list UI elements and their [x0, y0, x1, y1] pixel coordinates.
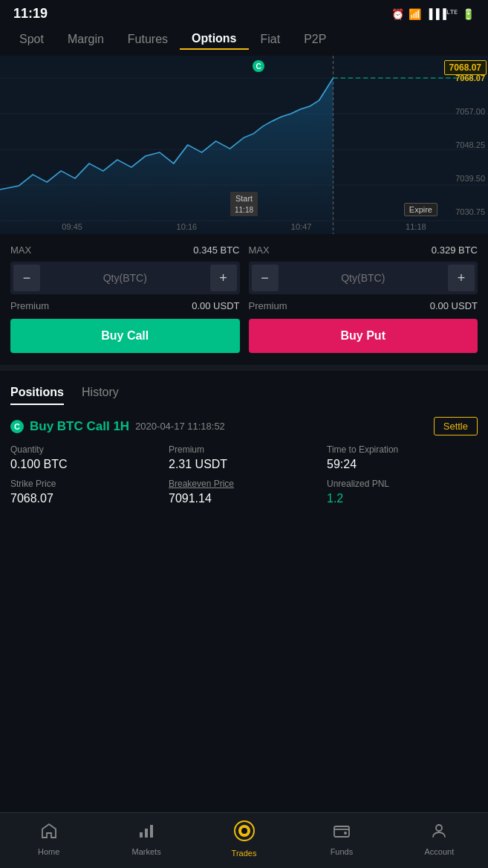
position-badge: C — [10, 420, 24, 433]
signal-icon: ▐▐▐ᴸᵀᴱ — [426, 8, 458, 19]
call-qty-row: − + — [10, 262, 240, 294]
tab-p2p[interactable]: P2P — [292, 30, 338, 49]
svg-rect-7 — [140, 832, 143, 838]
nav-markets[interactable]: Markets — [97, 822, 195, 856]
call-max-label: MAX — [10, 244, 31, 256]
nav-markets-label: Markets — [132, 847, 161, 856]
current-price-box: 7068.07 — [444, 60, 487, 75]
svg-rect-9 — [150, 825, 153, 838]
settle-button[interactable]: Settle — [434, 417, 478, 435]
call-minus-btn[interactable]: − — [13, 265, 40, 291]
battery-icon: 🔋 — [462, 8, 475, 20]
alarm-icon: ⏰ — [391, 8, 404, 20]
put-max-row: MAX 0.329 BTC — [249, 244, 478, 256]
nav-tabs: Spot Margin Futures Options Fiat P2P — [0, 25, 488, 56]
expire-label: Expire — [404, 203, 437, 216]
chart-area: C 7068.07 7057.00 7048.25 7039.50 7030.7… — [0, 56, 488, 234]
pnl-value: 1.2 — [327, 492, 478, 505]
buy-put-button[interactable]: Buy Put — [249, 319, 478, 353]
svg-rect-13 — [334, 826, 349, 837]
account-icon — [430, 822, 448, 844]
time-label-1: 09:45 — [62, 222, 82, 231]
nav-trades-label: Trades — [232, 849, 257, 858]
tab-positions[interactable]: Positions — [10, 386, 64, 405]
status-icons: ⏰ 📶 ▐▐▐ᴸᵀᴱ 🔋 — [391, 8, 475, 20]
positions-section: Positions History C Buy BTC Call 1H 2020… — [0, 375, 488, 528]
call-premium-row: Premium 0.00 USDT — [10, 300, 240, 311]
price-level-3: 7048.25 — [455, 140, 485, 149]
c-badge: C — [253, 60, 264, 72]
status-bar: 11:19 ⏰ 📶 ▐▐▐ᴸᵀᴱ 🔋 — [0, 0, 488, 25]
breakeven-item: Breakeven Price 7091.14 — [169, 479, 319, 505]
price-level-4: 7039.50 — [455, 174, 485, 183]
pnl-label: Unrealized PNL — [327, 479, 478, 489]
position-data-grid: Quantity 0.100 BTC Premium 2.31 USDT Tim… — [10, 444, 478, 505]
price-level-1: 7068.07 — [455, 74, 485, 82]
svg-point-14 — [344, 832, 347, 835]
nav-account-label: Account — [424, 847, 454, 856]
start-label: Start11:18 — [230, 192, 258, 216]
section-separator — [0, 365, 488, 371]
position-card: C Buy BTC Call 1H 2020-04-17 11:18:52 Se… — [10, 417, 478, 505]
time-labels: 09:45 10:16 10:47 11:18 — [0, 222, 488, 231]
position-title: Buy BTC Call 1H — [30, 419, 129, 434]
put-max-value: 0.329 BTC — [432, 244, 478, 256]
tab-margin[interactable]: Margin — [56, 30, 116, 49]
tab-spot[interactable]: Spot — [7, 30, 56, 49]
nav-home[interactable]: Home — [0, 822, 97, 856]
strike-price-value: 7068.07 — [10, 492, 161, 505]
buy-call-button[interactable]: Buy Call — [10, 319, 240, 353]
svg-point-12 — [241, 828, 247, 834]
call-qty-input[interactable] — [43, 272, 207, 284]
position-header: C Buy BTC Call 1H 2020-04-17 11:18:52 Se… — [10, 417, 478, 435]
put-qty-row: − + — [249, 262, 478, 294]
time-label-3: 10:47 — [291, 222, 312, 231]
buy-put-col: MAX 0.329 BTC − + Premium 0.00 USDT Buy … — [249, 244, 478, 353]
positions-tabs: Positions History — [10, 386, 478, 405]
call-plus-btn[interactable]: + — [210, 265, 237, 291]
time-label-4: 11:18 — [406, 222, 426, 231]
strike-price-item: Strike Price 7068.07 — [10, 479, 161, 505]
bottom-nav: Home Markets Trades — [0, 812, 488, 868]
tab-history[interactable]: History — [82, 386, 119, 405]
put-plus-btn[interactable]: + — [448, 265, 475, 291]
trading-section: MAX 0.345 BTC − + Premium 0.00 USDT Buy … — [0, 234, 488, 365]
put-max-label: MAX — [249, 244, 270, 256]
markets-icon — [137, 822, 155, 844]
expiration-item: Time to Expiration 59:24 — [327, 444, 478, 471]
put-qty-input[interactable] — [282, 272, 446, 284]
tab-options[interactable]: Options — [180, 29, 248, 50]
premium-item-value: 2.31 USDT — [169, 458, 319, 471]
quantity-value: 0.100 BTC — [10, 458, 161, 471]
put-premium-value: 0.00 USDT — [430, 300, 478, 311]
status-time: 11:19 — [13, 6, 48, 22]
price-level-5: 7030.75 — [455, 207, 485, 216]
call-max-row: MAX 0.345 BTC — [10, 244, 240, 256]
pnl-item: Unrealized PNL 1.2 — [327, 479, 478, 505]
price-levels: 7068.07 7057.00 7048.25 7039.50 7030.75 — [454, 56, 487, 234]
nav-trades[interactable]: Trades — [195, 820, 293, 858]
nav-funds[interactable]: Funds — [293, 822, 390, 856]
tab-futures[interactable]: Futures — [116, 30, 180, 49]
price-level-2: 7057.00 — [455, 107, 485, 116]
put-premium-row: Premium 0.00 USDT — [249, 300, 478, 311]
put-minus-btn[interactable]: − — [252, 265, 279, 291]
wifi-icon: 📶 — [409, 8, 421, 20]
call-max-value: 0.345 BTC — [193, 244, 239, 256]
nav-funds-label: Funds — [331, 847, 354, 856]
quantity-label: Quantity — [10, 444, 161, 455]
time-label-2: 10:16 — [177, 222, 198, 231]
quantity-item: Quantity 0.100 BTC — [10, 444, 161, 471]
breakeven-label: Breakeven Price — [169, 479, 319, 489]
expiration-label: Time to Expiration — [327, 444, 478, 455]
nav-account[interactable]: Account — [391, 822, 488, 856]
premium-item-label: Premium — [169, 444, 319, 455]
nav-home-label: Home — [38, 847, 59, 856]
put-premium-label: Premium — [249, 300, 287, 311]
expiration-value: 59:24 — [327, 458, 478, 471]
funds-icon — [333, 822, 351, 844]
tab-fiat[interactable]: Fiat — [249, 30, 293, 49]
call-premium-label: Premium — [10, 300, 49, 311]
svg-rect-8 — [145, 829, 148, 838]
svg-point-15 — [436, 825, 442, 831]
